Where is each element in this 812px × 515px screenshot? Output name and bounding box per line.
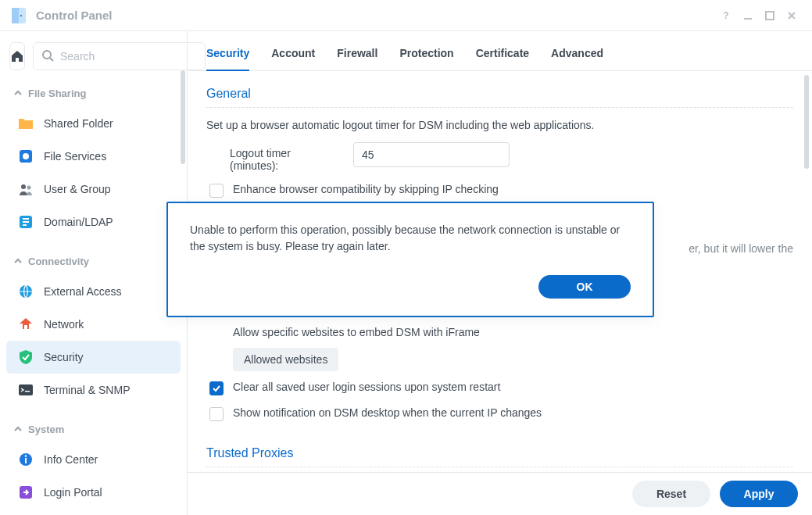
svg-rect-21 [25,458,27,463]
svg-rect-13 [23,218,29,220]
group-label: File Sharing [28,88,86,99]
allowed-websites-button[interactable]: Allowed websites [233,348,338,371]
search-icon [41,49,54,64]
sidebar-item-terminal-snmp[interactable]: Terminal & SNMP [6,374,181,406]
terminal-icon [17,381,34,399]
svg-point-6 [43,51,51,59]
sidebar-item-label: Network [44,318,84,331]
sidebar-item-label: External Access [44,285,122,298]
sidebar-item-external-access[interactable]: External Access [6,275,181,308]
sidebar-item-label: Login Portal [44,486,102,499]
sidebar-item-label: Domain/LDAP [44,216,113,228]
sidebar-item-label: Shared Folder [44,117,113,130]
section-title-proxies: Trusted Proxies [206,446,793,467]
svg-rect-17 [24,325,27,329]
logout-timer-input[interactable] [353,142,510,167]
sidebar-item-security[interactable]: Security [6,341,181,374]
svg-point-10 [21,184,26,189]
checkbox-label: Clear all saved user login sessions upon… [233,381,500,393]
error-dialog: Unable to perform this operation, possib… [166,202,654,317]
sidebar-item-network[interactable]: Network [6,308,181,341]
sidebar-scrollbar[interactable] [181,70,185,164]
group-label: System [28,424,64,435]
svg-rect-15 [23,224,27,226]
tab-certificate[interactable]: Certificate [476,44,529,70]
svg-line-7 [50,58,53,61]
checkbox-label: Show notification on DSM desktop when th… [233,406,542,419]
app-icon [9,6,28,25]
field-label: Logout timer (minutes): [230,142,339,172]
info-icon [17,451,34,468]
iframe-desc: Allow specific websites to embed DSM wit… [206,326,793,338]
tab-protection[interactable]: Protection [399,44,453,70]
sidebar-item-label: Security [44,351,84,363]
portal-icon [17,484,34,501]
svg-rect-1 [12,8,19,23]
sidebar-item-label: User & Group [44,183,111,195]
sidebar-item-label: Terminal & SNMP [44,384,130,396]
checkbox-clear-sessions[interactable]: Clear all saved user login sessions upon… [206,381,793,395]
maximize-icon[interactable] [759,5,781,27]
file-services-icon [17,148,34,165]
tab-security[interactable]: Security [206,44,249,70]
footer: Reset Apply [188,472,812,515]
checkbox-notify-ip[interactable]: Show notification on DSM desktop when th… [206,406,793,421]
apply-button[interactable]: Apply [720,481,798,507]
users-icon [17,181,34,198]
globe-icon [17,283,34,300]
chevron-up-icon [14,424,22,435]
field-logout-timer: Logout timer (minutes): [206,142,793,172]
sidebar-item-shared-folder[interactable]: Shared Folder [6,107,181,140]
svg-rect-19 [25,391,30,392]
checkbox-icon[interactable] [209,407,224,421]
tab-advanced[interactable]: Advanced [551,44,603,70]
svg-rect-14 [23,221,29,223]
dialog-message: Unable to perform this operation, possib… [190,222,631,255]
svg-point-2 [20,14,22,16]
svg-point-9 [23,153,29,159]
chevron-up-icon [14,256,22,267]
sidebar: File Sharing Shared Folder File Services… [0,31,188,515]
sidebar-item-login-portal[interactable]: Login Portal [6,476,181,509]
sidebar-item-domain-ldap[interactable]: Domain/LDAP [6,206,181,238]
checkbox-icon[interactable] [209,381,224,395]
sidebar-item-file-services[interactable]: File Services [6,140,181,173]
folder-icon [17,115,34,132]
tab-firewall[interactable]: Firewall [337,44,377,70]
sidebar-item-label: File Services [44,150,106,163]
close-icon[interactable] [781,5,803,27]
checkbox-label: Enhance browser compatibility by skippin… [233,183,499,195]
tabs: Security Account Firewall Protection Cer… [188,31,812,71]
home-button[interactable] [9,42,25,70]
tab-account[interactable]: Account [271,44,315,70]
svg-point-11 [27,186,31,190]
group-label: Connectivity [28,256,89,267]
shield-icon [17,349,34,366]
group-system[interactable]: System [0,417,187,442]
sidebar-item-user-group[interactable]: User & Group [6,173,181,206]
sidebar-item-regional-options[interactable]: Regional Options [6,509,181,515]
help-icon[interactable]: ? [715,5,737,27]
svg-point-22 [25,455,27,457]
group-connectivity[interactable]: Connectivity [0,249,187,274]
main-scrollbar[interactable] [804,75,809,169]
search-input-wrapper[interactable] [33,42,206,70]
minimize-icon[interactable] [737,5,759,27]
titlebar: Control Panel ? [0,0,812,31]
search-input[interactable] [60,50,197,63]
svg-rect-18 [19,384,33,395]
group-file-sharing[interactable]: File Sharing [0,81,187,106]
sidebar-item-info-center[interactable]: Info Center [6,443,181,476]
sidebar-item-label: Info Center [44,453,98,466]
section-title-general: General [206,87,793,108]
svg-text:?: ? [723,10,728,21]
chevron-up-icon [14,88,22,99]
ok-button[interactable]: OK [538,275,631,299]
directory-icon [17,213,34,231]
reset-button[interactable]: Reset [632,481,710,507]
network-icon [17,316,34,333]
checkbox-icon[interactable] [209,184,224,198]
checkbox-enhance-compat[interactable]: Enhance browser compatibility by skippin… [206,183,793,198]
section-desc-general: Set up a browser automatic logout timer … [206,119,793,131]
svg-rect-4 [744,18,752,20]
